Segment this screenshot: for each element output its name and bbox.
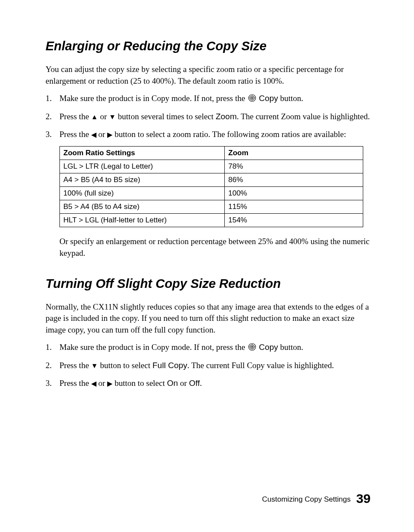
table-row: 100% (full size) 100% xyxy=(60,187,363,200)
text: button to select xyxy=(98,361,153,370)
step-number: 1. xyxy=(46,342,59,354)
table-cell: B5 > A4 (B5 to A4 size) xyxy=(60,200,225,214)
step-text: Press the ▼ button to select Full Copy. … xyxy=(59,360,371,372)
text: or xyxy=(178,379,189,388)
table-row: HLT > LGL (Half-letter to Letter) 154% xyxy=(60,214,363,227)
table-row: LGL > LTR (Legal to Letter) 78% xyxy=(60,160,363,173)
step-2-2: 2. Press the ▼ button to select Full Cop… xyxy=(46,360,371,372)
page-number: 39 xyxy=(356,491,371,506)
text: button several times to select xyxy=(116,112,216,121)
copy-circle-icon xyxy=(248,343,256,354)
intro-paragraph-2: Normally, the CX11N slightly reduces cop… xyxy=(46,301,371,336)
steps-list-1: 1. Make sure the product is in Copy mode… xyxy=(46,93,371,140)
text: or xyxy=(96,379,107,388)
down-arrow-icon: ▼ xyxy=(91,362,98,369)
right-arrow-icon: ▶ xyxy=(107,131,112,138)
step-number: 1. xyxy=(46,93,59,105)
table-header-row: Zoom Ratio Settings Zoom xyxy=(60,147,363,160)
zoom-label: Zoom xyxy=(216,112,237,121)
text: Press the xyxy=(59,379,91,388)
table-cell: 100% (full size) xyxy=(60,187,225,200)
text: Press the xyxy=(59,130,91,139)
right-arrow-icon: ▶ xyxy=(107,380,112,387)
left-arrow-icon: ◀ xyxy=(91,131,96,138)
text: button. xyxy=(278,343,303,352)
step-text: Press the ◀ or ▶ button to select a zoom… xyxy=(59,129,371,140)
left-arrow-icon: ◀ xyxy=(91,380,96,387)
copy-label: Copy xyxy=(259,343,278,352)
text: Press the xyxy=(59,361,91,370)
step-text: Make sure the product is in Copy mode. I… xyxy=(59,342,371,354)
on-label: On xyxy=(167,379,178,388)
off-label: Off xyxy=(189,379,200,388)
fullcopy-label: Full Copy xyxy=(152,361,187,370)
step-2-1: 1. Make sure the product is in Copy mode… xyxy=(46,342,371,354)
intro-paragraph-1: You can adjust the copy size by selectin… xyxy=(46,64,371,87)
step-1-1: 1. Make sure the product is in Copy mode… xyxy=(46,93,371,105)
text: button. xyxy=(278,94,303,103)
table-cell: 100% xyxy=(225,187,363,200)
text: or xyxy=(98,112,109,121)
text: or xyxy=(96,130,107,139)
table-cell: 115% xyxy=(225,200,363,214)
section-heading-turning-off: Turning Off Slight Copy Size Reduction xyxy=(46,277,371,291)
step-1-2: 2. Press the ▲ or ▼ button several times… xyxy=(46,111,371,123)
table-row: B5 > A4 (B5 to A4 size) 115% xyxy=(60,200,363,214)
table-cell: 78% xyxy=(225,160,363,173)
table-cell: HLT > LGL (Half-letter to Letter) xyxy=(60,214,225,227)
table-cell: A4 > B5 (A4 to B5 size) xyxy=(60,173,225,187)
step-number: 2. xyxy=(46,111,59,123)
step-number: 3. xyxy=(46,129,59,140)
text: button to select a zoom ratio. The follo… xyxy=(112,130,346,139)
step-text: Press the ◀ or ▶ button to select On or … xyxy=(59,378,371,389)
text: . xyxy=(200,379,202,388)
step-text: Press the ▲ or ▼ button several times to… xyxy=(59,111,371,123)
step-3-note: Or specify an enlargement or reduction p… xyxy=(59,236,371,259)
down-arrow-icon: ▼ xyxy=(109,113,116,121)
page-footer: Customizing Copy Settings 39 xyxy=(262,491,371,506)
text: Press the xyxy=(59,112,91,121)
table-cell: LGL > LTR (Legal to Letter) xyxy=(60,160,225,173)
text: button to select xyxy=(112,379,167,388)
copy-label: Copy xyxy=(259,94,278,103)
step-2-3: 3. Press the ◀ or ▶ button to select On … xyxy=(46,378,371,389)
steps-list-2: 1. Make sure the product is in Copy mode… xyxy=(46,342,371,389)
table-cell: 154% xyxy=(225,214,363,227)
text: . The current Full Copy value is highlig… xyxy=(187,361,334,370)
step-number: 3. xyxy=(46,378,59,389)
text: . The current Zoom value is highlighted. xyxy=(237,112,370,121)
step-text: Make sure the product is in Copy mode. I… xyxy=(59,93,371,105)
up-arrow-icon: ▲ xyxy=(91,113,98,121)
table-row: A4 > B5 (A4 to B5 size) 86% xyxy=(60,173,363,187)
footer-label: Customizing Copy Settings xyxy=(262,495,351,503)
step-1-3: 3. Press the ◀ or ▶ button to select a z… xyxy=(46,129,371,140)
table-header-zoom: Zoom xyxy=(225,147,363,160)
table-header-setting: Zoom Ratio Settings xyxy=(60,147,225,160)
text: Make sure the product is in Copy mode. I… xyxy=(59,94,247,103)
zoom-ratio-table: Zoom Ratio Settings Zoom LGL > LTR (Lega… xyxy=(59,146,363,227)
text: Make sure the product is in Copy mode. I… xyxy=(59,343,247,352)
step-number: 2. xyxy=(46,360,59,372)
section-heading-enlarging: Enlarging or Reducing the Copy Size xyxy=(46,39,371,53)
copy-circle-icon xyxy=(248,94,256,105)
table-cell: 86% xyxy=(225,173,363,187)
